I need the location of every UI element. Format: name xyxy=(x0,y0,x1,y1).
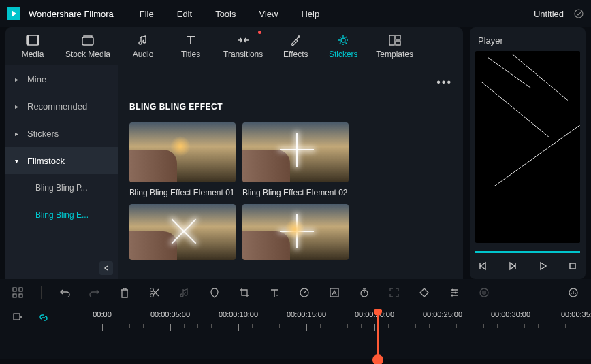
titlebar: Wondershare Filmora File Edit Tools View… xyxy=(0,0,591,27)
timeline-toolbar xyxy=(0,279,591,306)
svg-rect-10 xyxy=(13,288,16,291)
player-viewport[interactable] xyxy=(475,51,580,243)
chevron-right-icon: ▸ xyxy=(15,130,20,137)
tab-titles[interactable]: Titles xyxy=(170,31,211,62)
app-logo xyxy=(7,7,20,20)
sticker-item-02[interactable]: Bling Bling Effect Element 02 xyxy=(242,122,349,197)
timeline-label: 00:00 xyxy=(93,310,112,318)
timeline-label: 00:00:35:0 xyxy=(561,310,591,318)
undo-button[interactable] xyxy=(58,286,71,299)
sidebar-sub-bling-pack[interactable]: Bling Bling P... xyxy=(5,174,118,201)
stock-icon xyxy=(81,33,95,47)
tab-row: Media Stock Media Audio Titles Transitio… xyxy=(5,27,463,65)
transitions-icon xyxy=(236,33,250,47)
stop-button[interactable] xyxy=(568,261,577,271)
sidebar-item-filmstock[interactable]: ▾Filmstock xyxy=(5,147,118,174)
player-controls xyxy=(475,261,580,271)
tab-effects[interactable]: Effects xyxy=(275,31,316,62)
sticker-item-04[interactable] xyxy=(242,204,349,260)
arrange-icon[interactable] xyxy=(11,286,25,299)
chevron-right-icon: ▸ xyxy=(15,76,20,83)
menu-tools[interactable]: Tools xyxy=(215,9,236,19)
project-name[interactable]: Untitled xyxy=(534,9,564,19)
sidebar-item-mine[interactable]: ▸Mine xyxy=(5,65,118,93)
menu-view[interactable]: View xyxy=(259,9,278,19)
timeline-label: 00:00:05:00 xyxy=(150,310,190,318)
tab-stock-media[interactable]: Stock Media xyxy=(60,31,116,62)
svg-point-5 xyxy=(341,38,345,42)
link-button[interactable] xyxy=(37,311,50,325)
app-title: Wondershare Filmora xyxy=(29,9,114,19)
sidebar-collapse-button[interactable] xyxy=(99,261,113,275)
keyframe-icon[interactable] xyxy=(417,286,431,299)
player-title: Player xyxy=(475,35,580,46)
section-title: BLING BLING EFFECT xyxy=(129,102,452,112)
add-track-button[interactable] xyxy=(11,311,25,325)
next-frame-button[interactable] xyxy=(508,261,517,271)
mixer-icon[interactable] xyxy=(566,286,580,299)
stickers-icon xyxy=(336,33,350,47)
svg-rect-6 xyxy=(389,35,394,45)
svg-rect-24 xyxy=(14,314,20,320)
redo-button[interactable] xyxy=(88,286,101,299)
svg-point-19 xyxy=(452,289,454,291)
speed-icon[interactable] xyxy=(298,286,311,299)
effects-icon xyxy=(289,33,302,47)
thumb-label: Bling Bling Effect Element 01 xyxy=(129,188,236,197)
svg-rect-2 xyxy=(27,35,29,45)
svg-rect-13 xyxy=(19,294,22,297)
color-icon[interactable] xyxy=(328,286,341,299)
svg-rect-7 xyxy=(396,35,400,39)
chevron-down-icon: ▾ xyxy=(15,157,20,165)
voiceover-icon[interactable] xyxy=(477,286,491,299)
timeline[interactable]: 00:0000:00:05:0000:00:10:0000:00:15:0000… xyxy=(0,306,591,359)
media-icon xyxy=(26,33,39,47)
svg-point-20 xyxy=(455,292,457,294)
tab-templates[interactable]: Templates xyxy=(370,31,419,62)
split-button[interactable] xyxy=(148,286,161,299)
sidebar-sub-bling-effect[interactable]: Bling Bling E... xyxy=(5,201,118,229)
menu-bar: File Edit Tools View Help xyxy=(140,9,319,19)
timeline-label: 00:00:15:00 xyxy=(287,310,326,318)
prev-frame-button[interactable] xyxy=(478,261,488,271)
thumb-label: Bling Bling Effect Element 02 xyxy=(242,188,349,197)
sidebar-item-stickers[interactable]: ▸Stickers xyxy=(5,120,118,147)
tab-media[interactable]: Media xyxy=(12,31,53,62)
adjust-icon[interactable] xyxy=(447,286,461,299)
menu-help[interactable]: Help xyxy=(301,9,319,19)
delete-button[interactable] xyxy=(118,286,131,299)
audio-icon xyxy=(136,33,150,47)
text-icon[interactable] xyxy=(268,286,281,299)
more-options-icon[interactable]: ••• xyxy=(436,76,452,88)
player-panel: Player xyxy=(470,27,586,279)
media-panel: Media Stock Media Audio Titles Transitio… xyxy=(5,27,463,279)
timer-icon[interactable] xyxy=(357,286,371,299)
cloud-sync-icon[interactable] xyxy=(573,8,584,19)
templates-icon xyxy=(388,33,402,47)
sidebar: ▸Mine ▸Recommended ▸Stickers ▾Filmstock … xyxy=(5,65,118,279)
play-button[interactable] xyxy=(538,261,547,271)
svg-point-14 xyxy=(150,288,154,292)
tab-audio[interactable]: Audio xyxy=(123,31,163,62)
crop-icon[interactable] xyxy=(238,286,251,299)
marker-icon[interactable] xyxy=(208,286,221,299)
menu-file[interactable]: File xyxy=(140,9,154,19)
menu-edit[interactable]: Edit xyxy=(177,9,192,19)
player-progress[interactable] xyxy=(475,251,580,253)
svg-rect-9 xyxy=(570,263,575,269)
svg-rect-12 xyxy=(13,294,16,297)
badge-dot xyxy=(258,31,261,34)
sticker-item-03[interactable] xyxy=(129,204,236,260)
chevron-right-icon: ▸ xyxy=(15,103,20,110)
timeline-label: 00:00:25:00 xyxy=(423,310,462,318)
svg-point-15 xyxy=(150,294,154,297)
timeline-playhead[interactable] xyxy=(377,309,379,359)
svg-point-21 xyxy=(451,295,453,297)
tab-transitions[interactable]: Transitions xyxy=(218,31,268,62)
expand-icon[interactable] xyxy=(387,286,401,299)
audio-detach-icon[interactable] xyxy=(178,286,191,299)
tab-stickers[interactable]: Stickers xyxy=(323,31,364,62)
timeline-label: 00:00:10:00 xyxy=(219,310,258,318)
sidebar-item-recommended[interactable]: ▸Recommended xyxy=(5,93,118,120)
sticker-item-01[interactable]: Bling Bling Effect Element 01 xyxy=(129,122,236,197)
